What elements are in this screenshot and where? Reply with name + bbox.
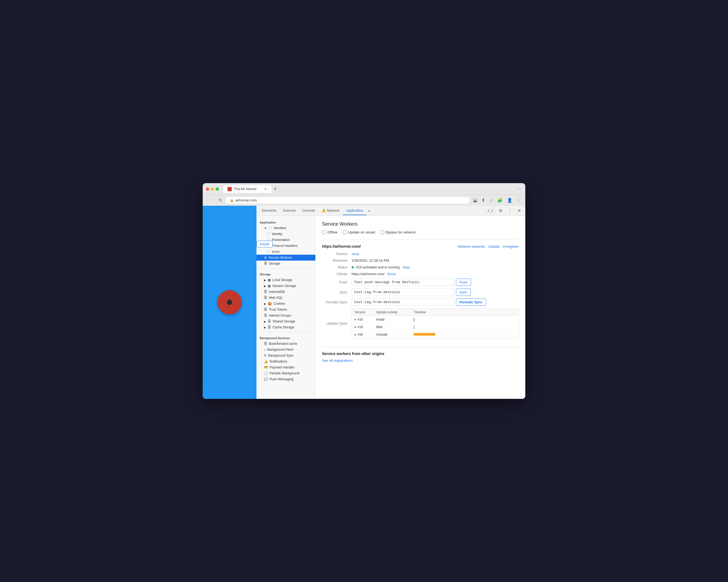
periodic-sync-input-row: Periodic Sync <box>352 299 519 306</box>
devtools-main-content: Service Workers Offline Update on reload <box>316 216 525 399</box>
sidebar-push-messaging-label: Push Messaging <box>270 377 293 381</box>
sidebar-item-periodic-background[interactable]: 🕐 Periodic Background <box>257 370 315 376</box>
more-tabs-btn[interactable]: » <box>366 206 371 215</box>
sidebar-item-cache-storage[interactable]: ▶ 🗄 Cache Storage <box>257 324 315 330</box>
active-browser-tab[interactable]: The Air Horner ✕ <box>223 185 271 193</box>
forward-button[interactable]: › <box>212 197 215 204</box>
air-horner-logo[interactable] <box>217 290 242 314</box>
install-button[interactable]: Install <box>257 241 272 248</box>
tab-network-label: Network <box>327 208 340 212</box>
wait-timeline-line <box>414 325 414 329</box>
shared-storage-expand-icon: ▶ <box>264 320 266 323</box>
extension-icon[interactable]: 🧩 <box>496 197 504 204</box>
activate-expand-icon[interactable]: ▶ <box>355 333 357 336</box>
sidebar-item-background-fetch[interactable]: ↕ Background Fetch <box>257 347 315 353</box>
profile-icon[interactable]: 👤 <box>506 197 514 204</box>
sidebar-item-identity[interactable]: 📄 Identity <box>257 231 315 237</box>
sidebar-item-storage[interactable]: 🗄 Storage <box>257 261 315 267</box>
update-on-reload-checkbox[interactable] <box>343 230 346 234</box>
warning-icon: ⚠ <box>487 209 490 213</box>
sidebar-item-payment-handler[interactable]: 💳 Payment Handler <box>257 364 315 370</box>
offline-checkbox-label[interactable]: Offline <box>322 230 337 234</box>
lock-icon: 🔒 <box>230 199 234 202</box>
tab-network[interactable]: ⚠️ Network <box>318 206 343 215</box>
sidebar-storage-label: Storage <box>269 262 280 265</box>
session-storage-expand-icon: ▶ <box>264 284 266 287</box>
sync-input[interactable] <box>352 288 454 296</box>
status-text: #16 activated and is running <box>356 265 400 269</box>
sync-button[interactable]: Sync <box>456 288 471 296</box>
trust-tokens-icon: 🗄 <box>264 308 267 311</box>
sidebar-item-cookies[interactable]: ▶ 🍪 Cookies <box>257 301 315 307</box>
sidebar-item-interest-groups[interactable]: 🗄 Interest Groups <box>257 312 315 319</box>
sidebar-item-indexeddb[interactable]: 🗄 IndexedDB <box>257 289 315 295</box>
install-expand-icon[interactable]: ▶ <box>355 318 357 321</box>
stop-link[interactable]: stop <box>403 265 410 269</box>
wait-expand-icon[interactable]: ▶ <box>355 326 357 328</box>
update-on-reload-checkbox-label[interactable]: Update on reload <box>343 230 375 234</box>
bypass-for-network-checkbox[interactable] <box>381 230 384 234</box>
focus-link[interactable]: focus <box>388 272 396 276</box>
push-input[interactable] <box>352 279 454 286</box>
sidebar-item-back-forward-cache[interactable]: 🗄 Back/forward cache <box>257 341 315 347</box>
periodic-sync-input[interactable] <box>352 299 454 306</box>
devtools-body: Application ▼ 📄 Manifest 📄 Identity 📄 Pr… <box>257 216 525 399</box>
sw-checkboxes-row: Offline Update on reload Bypass for netw… <box>322 230 519 234</box>
sidebar-item-shared-storage[interactable]: ▶ 🗄 Shared Storage <box>257 319 315 324</box>
sidebar-item-notifications[interactable]: 🔔 Notifications <box>257 358 315 364</box>
tab-elements[interactable]: Elements <box>259 206 280 215</box>
shared-storage-icon: 🗄 <box>268 320 271 323</box>
activate-timeline-bar <box>414 333 435 336</box>
sidebar-shared-storage-label: Shared Storage <box>272 320 295 323</box>
network-requests-link[interactable]: Network requests <box>458 245 485 249</box>
unregister-link[interactable]: Unregister <box>503 245 519 249</box>
header-update-activity: Update Activity <box>376 310 414 314</box>
push-button[interactable]: Push <box>456 279 471 286</box>
sidebar-item-web-sql[interactable]: 🗄 Web SQL <box>257 295 315 301</box>
periodic-sync-button[interactable]: Periodic Sync <box>456 299 486 306</box>
tab-close-button[interactable]: ✕ <box>264 187 267 191</box>
tab-sources[interactable]: Sources <box>280 206 299 215</box>
sidebar-payment-handler-label: Payment Handler <box>270 365 295 369</box>
sidebar-section-storage: Storage <box>257 270 315 277</box>
see-all-registrations-link[interactable]: See all registrations <box>322 358 353 362</box>
status-value: #16 activated and is running stop <box>352 265 519 269</box>
warning-count-button[interactable]: ⚠ 2 <box>485 208 495 213</box>
tab-console[interactable]: Console <box>299 206 318 215</box>
minimize-traffic-light[interactable] <box>211 187 214 191</box>
bypass-for-network-checkbox-label[interactable]: Bypass for network <box>381 230 416 234</box>
source-file-link[interactable]: sw.js <box>352 252 359 256</box>
sidebar-item-background-sync[interactable]: ↻ Background Sync <box>257 353 315 358</box>
bookmark-icon[interactable]: ☆ <box>488 197 494 204</box>
maximize-traffic-light[interactable] <box>216 187 219 191</box>
sidebar-item-trust-tokens[interactable]: 🗄 Trust Tokens <box>257 307 315 312</box>
sidebar-service-workers-label: Service Workers <box>268 256 292 259</box>
tab-application[interactable]: Application <box>343 206 366 215</box>
devtools-close-button[interactable]: ✕ <box>515 207 523 214</box>
sidebar-item-service-workers[interactable]: ⚙ Service Workers <box>257 255 315 261</box>
sidebar-item-manifest[interactable]: ▼ 📄 Manifest <box>257 225 315 231</box>
update-link[interactable]: Update <box>488 245 499 249</box>
cast-icon[interactable]: ⬓ <box>472 197 478 204</box>
devtools-more-button[interactable]: ⋮ <box>506 207 514 214</box>
sidebar-item-local-storage[interactable]: ▶ ▦ Local Storage <box>257 277 315 283</box>
offline-checkbox[interactable] <box>322 230 326 234</box>
push-input-row: Push <box>352 279 519 286</box>
back-button[interactable]: ‹ <box>206 197 209 204</box>
new-tab-button[interactable]: + <box>271 186 279 192</box>
sidebar-item-session-storage[interactable]: ▶ ▦ Session Storage <box>257 283 315 289</box>
sidebar-item-push-messaging[interactable]: 💬 Push Messaging <box>257 376 315 382</box>
address-input-field[interactable]: 🔒 airhorner.com <box>225 197 470 204</box>
sidebar-item-icons[interactable]: 📄 Icons <box>257 249 315 255</box>
close-traffic-light[interactable] <box>206 187 209 191</box>
session-storage-icon: ▦ <box>268 284 271 288</box>
more-menu-icon[interactable]: ⋮ <box>516 197 522 204</box>
clients-url: https://airhorner.com/ <box>352 272 385 276</box>
push-value: Push <box>352 279 519 286</box>
tab-favicon-icon <box>228 187 232 191</box>
reload-button[interactable]: ↻ <box>217 197 223 204</box>
air-horner-center <box>227 300 232 305</box>
periodic-background-icon: 🕐 <box>264 372 268 375</box>
share-icon[interactable]: ⬆ <box>480 197 486 204</box>
devtools-settings-button[interactable]: ⚙ <box>497 207 504 214</box>
